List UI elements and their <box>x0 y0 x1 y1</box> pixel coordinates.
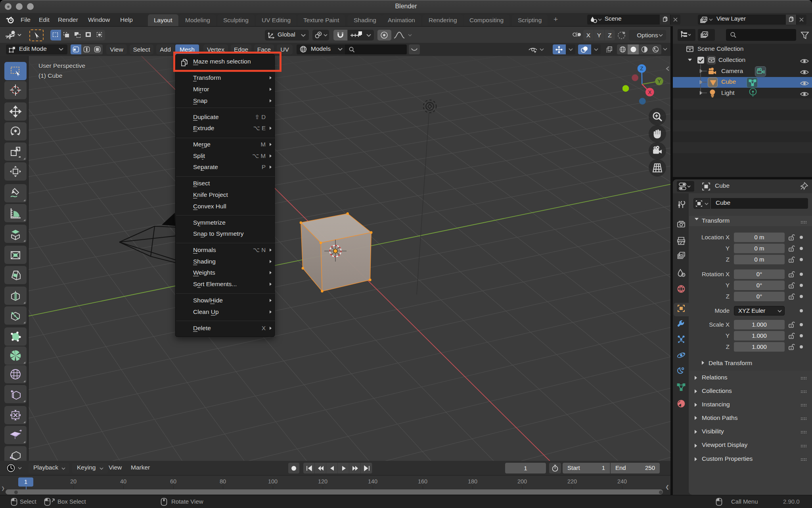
svg-text:Z: Z <box>640 65 643 71</box>
svg-text:Y: Y <box>657 78 661 84</box>
svg-text:X: X <box>648 89 651 95</box>
